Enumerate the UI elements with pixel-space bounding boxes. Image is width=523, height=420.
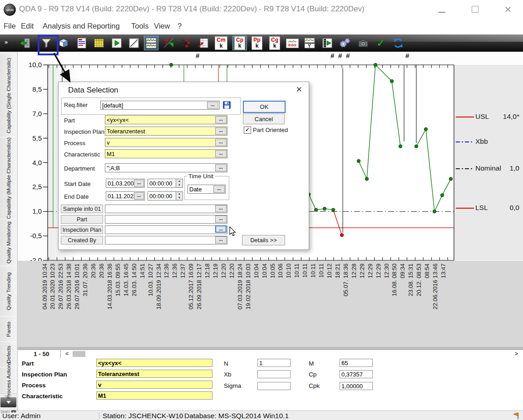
characteristic-field[interactable] [96, 391, 212, 400]
inspection-plan-field[interactable] [96, 370, 212, 378]
sidebar-tab-pareto[interactable]: Pareto [0, 316, 17, 342]
dlg-characteristic-browse-button[interactable]: ... [215, 150, 227, 157]
process-field[interactable] [96, 381, 212, 389]
regression-chart-icon[interactable] [127, 36, 141, 50]
menu-view[interactable]: View [154, 22, 170, 30]
control-charts-icon[interactable] [144, 36, 158, 50]
menu-edit[interactable]: Edit [21, 22, 34, 30]
dlg-department-browse-button[interactable]: ... [215, 164, 227, 171]
grid-report-icon[interactable] [197, 36, 210, 50]
y-tick-7,0: 7,0 [18, 110, 42, 117]
cgk-icon[interactable]: Cgk [268, 36, 281, 50]
dlg-part-field[interactable] [105, 115, 227, 124]
dlg-department-field[interactable] [105, 163, 227, 172]
part-oriented-checkbox[interactable]: ✓ [244, 127, 251, 134]
cube-icon[interactable] [57, 36, 70, 50]
flow-arrows-icon[interactable] [179, 36, 193, 50]
dlg-process-field[interactable] [105, 138, 227, 147]
end-time-spinner[interactable]: ▲▼ [176, 191, 183, 200]
scroll-right-icon[interactable]: > [515, 351, 518, 357]
ppk-icon[interactable]: Ppk [250, 36, 264, 50]
dlg-characteristic-field[interactable] [105, 149, 227, 158]
cpk-field[interactable] [340, 382, 373, 390]
start-time-spinner[interactable]: ▲▼ [176, 179, 183, 188]
xb-field[interactable] [257, 370, 291, 378]
created-by-button[interactable]: Created By [61, 236, 103, 244]
part-field[interactable] [96, 359, 212, 367]
maximize-button[interactable] [468, 6, 482, 15]
sample-info-01-field[interactable] [105, 205, 227, 213]
ok-button[interactable]: OK [243, 101, 286, 113]
x-tick-label: 26.03.2018 14:38 [65, 264, 72, 309]
m-field[interactable] [340, 359, 373, 367]
sidebar-tab-quality-trending[interactable]: Quality Trending [0, 266, 17, 317]
egg-icon[interactable]: EGG [286, 36, 299, 50]
out-of-spec-hash-marker: # [331, 52, 334, 59]
x-tick-label: 22.06.2016 13:46 [432, 264, 439, 309]
apply-check-icon[interactable]: ✓ [374, 36, 388, 50]
sidebar-tab-process-actions[interactable]: Process Actions [0, 367, 17, 394]
extra-part-browse-button[interactable]: ... [215, 215, 227, 223]
extra-part-button[interactable]: Part [61, 215, 103, 224]
menu-tools[interactable]: Tools [131, 22, 149, 30]
x-tick-label: 12:29 [359, 264, 365, 278]
chart-y-icon[interactable]: Y [303, 36, 316, 50]
n-field[interactable] [257, 359, 291, 367]
dlg-inspection-plan-browse-button[interactable]: ... [215, 127, 227, 135]
settings-gears-icon[interactable] [338, 36, 352, 50]
created-by-field[interactable] [105, 236, 227, 244]
extra-inspection-plan-field[interactable] [105, 225, 227, 234]
dialog-close-icon[interactable]: ✕ [296, 85, 302, 94]
x-tick-label: 10:11 [310, 264, 316, 278]
run-evaluation-icon[interactable] [110, 36, 123, 50]
sidebar-tab-capability-single-characteristic[interactable]: Capability (Single Characteristic) [0, 54, 17, 138]
sample-info-01-browse-button[interactable]: ... [215, 205, 227, 212]
req-filter-field[interactable] [100, 101, 220, 110]
cmk-icon[interactable]: Cmk [214, 36, 228, 50]
notification-flag-icon[interactable] [513, 412, 519, 420]
exit-icon[interactable] [18, 36, 32, 50]
cancel-button[interactable]: Cancel [243, 113, 285, 124]
sidebar-tab-quality-monitoring[interactable]: Quality Monitoring [0, 219, 17, 267]
pager-scrollbar-thumb[interactable] [73, 351, 85, 357]
pager-strip [17, 347, 523, 350]
time-unit-browse-button[interactable]: ... [213, 186, 225, 193]
req-filter-browse-button[interactable]: ... [207, 102, 218, 109]
analysis-help-icon[interactable]: ? [162, 36, 175, 50]
cp-field[interactable] [340, 370, 373, 378]
scroll-left-icon[interactable]: < [65, 351, 69, 357]
dlg-process-browse-button[interactable]: ... [215, 139, 227, 146]
binoculars-icon [11, 409, 16, 413]
start-date-picker-button[interactable]: ... [134, 180, 144, 187]
filmstrip-icon[interactable] [321, 36, 334, 50]
report-icon[interactable] [75, 36, 89, 50]
cpk-icon[interactable]: Cpk [233, 36, 247, 50]
dlg-inspection-plan-field[interactable] [105, 127, 227, 136]
extra-inspection-plan-browse-button[interactable]: ... [215, 225, 227, 233]
usl-label: USL [475, 112, 489, 121]
close-button[interactable]: ✕ [501, 4, 515, 15]
extra-part-field[interactable] [105, 215, 227, 224]
created-by-browse-button[interactable]: ... [215, 236, 227, 244]
menu-analysis-reporting[interactable]: Analysis and Reporting [43, 22, 120, 30]
menu-file[interactable]: File [4, 22, 16, 30]
extra-inspection-plan-button[interactable]: Inspection Plan [61, 225, 103, 234]
sidebar-search[interactable]: Searc [0, 409, 16, 414]
sidebar-tab-capability-multiple-characteristics[interactable]: Capability (Multiple Characteristics) [0, 137, 17, 220]
x-tick-label: 12:18 [204, 264, 211, 278]
x-tick-label: 10.03. 10:27 [147, 264, 154, 296]
menu-help[interactable]: ? [178, 22, 182, 30]
save-filter-icon[interactable] [223, 101, 231, 110]
minimize-button[interactable] [435, 6, 449, 15]
dlg-characteristic-label: Characteristic [64, 151, 100, 158]
value-table-icon[interactable] [92, 36, 106, 50]
sample-info-01-button[interactable]: Sample info 01 [61, 205, 103, 213]
window-title: QDA 9 - R9 T28 V14 (Build: 2220Dev) - R9… [19, 5, 365, 14]
sidebar-expand-icon[interactable]: » [5, 39, 8, 45]
refresh-icon[interactable] [391, 36, 405, 50]
camera-icon[interactable] [356, 36, 370, 50]
details-button[interactable]: Details >> [242, 235, 285, 245]
end-date-picker-button[interactable]: ... [134, 192, 144, 200]
sigma-field[interactable] [257, 382, 291, 390]
dlg-part-browse-button[interactable]: ... [215, 116, 227, 123]
